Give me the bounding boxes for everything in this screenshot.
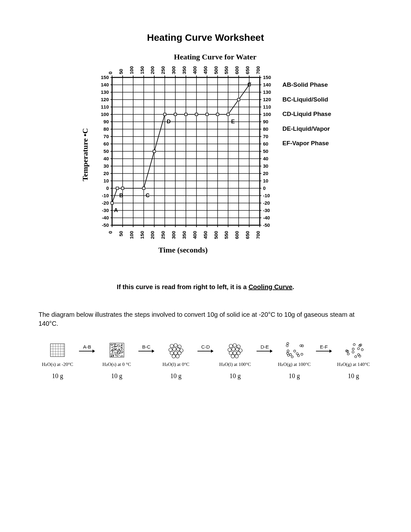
svg-point-401 [110, 351, 111, 352]
legend-ef: EF-Vapor Phase [282, 136, 331, 151]
svg-point-423 [119, 353, 119, 354]
svg-point-475 [298, 355, 300, 357]
svg-point-408 [119, 350, 120, 351]
svg-point-412 [112, 352, 113, 353]
cooling-curve-note: If this curve is read from right to left… [39, 283, 372, 291]
svg-text:150: 150 [139, 66, 145, 74]
svg-point-398 [118, 346, 118, 347]
svg-point-393 [120, 349, 120, 349]
svg-point-311 [111, 355, 112, 356]
svg-point-372 [121, 345, 121, 345]
svg-marker-449 [211, 350, 214, 353]
svg-point-436 [170, 344, 173, 348]
svg-point-365 [114, 348, 114, 348]
svg-text:-50: -50 [102, 222, 109, 228]
svg-point-411 [113, 349, 114, 349]
svg-point-339 [111, 344, 112, 344]
svg-text:60: 60 [104, 141, 109, 146]
x-axis-label: Time (seconds) [39, 246, 372, 254]
svg-point-416 [110, 354, 111, 354]
svg-point-447 [176, 355, 179, 358]
svg-text:100: 100 [129, 66, 134, 74]
svg-text:0: 0 [106, 185, 109, 191]
svg-point-424 [112, 347, 112, 348]
svg-point-413 [113, 356, 113, 357]
svg-point-429 [110, 344, 111, 345]
svg-point-454 [232, 348, 235, 351]
gas-molecules-icon [284, 341, 305, 359]
svg-point-373 [122, 351, 122, 351]
svg-point-328 [112, 344, 113, 345]
arrow-right-icon [197, 349, 214, 353]
svg-point-405 [120, 347, 120, 348]
svg-point-241 [119, 355, 119, 355]
y-axis-label: Temperature •C [80, 65, 90, 244]
svg-text:150: 150 [139, 231, 145, 239]
svg-point-319 [116, 355, 117, 355]
svg-point-458 [233, 351, 237, 355]
svg-point-461 [235, 355, 239, 358]
svg-text:450: 450 [203, 66, 208, 74]
svg-point-486 [361, 349, 363, 350]
svg-point-389 [118, 352, 119, 353]
svg-text:550: 550 [224, 66, 229, 74]
svg-point-426 [114, 350, 114, 351]
svg-text:-20: -20 [263, 200, 270, 206]
svg-point-378 [114, 349, 114, 350]
svg-point-274 [122, 345, 123, 345]
svg-point-340 [116, 347, 116, 347]
svg-text:80: 80 [104, 126, 109, 132]
svg-point-276 [110, 348, 111, 348]
svg-rect-181 [111, 202, 113, 204]
svg-point-430 [119, 349, 119, 349]
svg-point-394 [121, 352, 121, 353]
svg-point-386 [117, 346, 117, 347]
svg-text:10: 10 [263, 178, 268, 183]
svg-point-433 [119, 344, 119, 345]
svg-point-419 [118, 346, 119, 347]
svg-point-383 [114, 346, 114, 347]
svg-text:-30: -30 [102, 208, 109, 213]
svg-point-307 [114, 353, 114, 353]
svg-point-445 [178, 351, 181, 355]
svg-point-284 [117, 350, 118, 350]
arrow-right-icon [79, 349, 95, 353]
svg-text:-20: -20 [102, 200, 109, 206]
svg-point-282 [117, 350, 118, 350]
svg-text:80: 80 [263, 126, 268, 132]
svg-text:300: 300 [171, 66, 177, 74]
chart-title: Heating Curve for Water [39, 53, 372, 61]
svg-point-278 [110, 346, 111, 346]
svg-point-260 [118, 354, 118, 355]
svg-rect-184 [143, 187, 145, 190]
svg-text:250: 250 [161, 66, 166, 74]
svg-point-341 [119, 345, 119, 346]
svg-point-271 [113, 355, 114, 356]
svg-text:30: 30 [263, 163, 268, 169]
svg-point-453 [228, 348, 232, 352]
svg-point-305 [119, 353, 120, 353]
description-paragraph: The diagram below illustrates the steps … [39, 310, 372, 328]
svg-point-243 [122, 356, 123, 356]
svg-point-460 [231, 355, 235, 358]
svg-point-472 [287, 342, 289, 344]
ice-crystal-icon [50, 343, 65, 357]
arrow-ef: E-F [316, 344, 332, 353]
svg-text:120: 120 [263, 97, 271, 102]
svg-point-336 [112, 347, 113, 348]
svg-point-417 [114, 351, 114, 352]
svg-point-236 [121, 353, 122, 353]
svg-text:-10: -10 [102, 193, 109, 198]
svg-text:70: 70 [104, 134, 109, 139]
svg-rect-201 [50, 344, 65, 357]
liquid-molecules-icon [226, 342, 244, 358]
svg-text:40: 40 [104, 156, 109, 161]
svg-point-369 [114, 346, 115, 347]
svg-text:20: 20 [263, 171, 268, 176]
svg-point-437 [174, 344, 177, 347]
svg-point-391 [116, 348, 117, 349]
svg-point-309 [114, 344, 115, 344]
svg-text:650: 650 [245, 231, 250, 239]
svg-point-446 [172, 355, 175, 358]
svg-point-286 [114, 352, 115, 353]
